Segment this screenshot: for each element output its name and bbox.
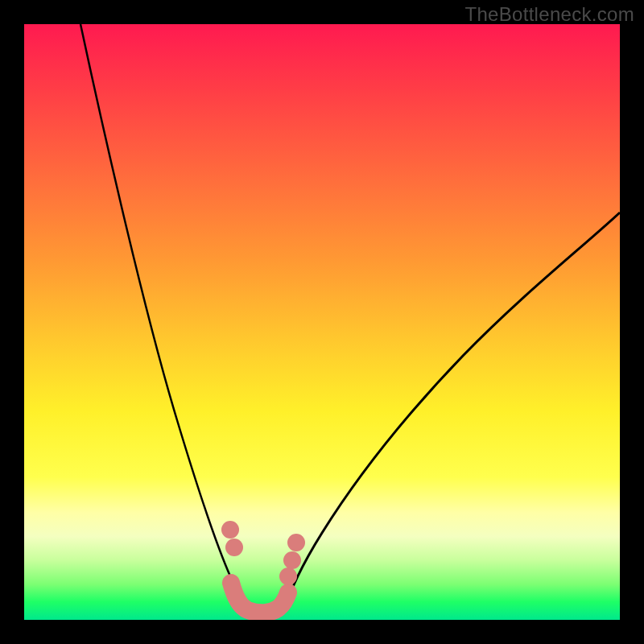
watermark-text: TheBottleneck.com <box>464 3 634 26</box>
chart-svg <box>24 24 620 620</box>
dot-right-lower <box>279 568 297 585</box>
bottom-connector <box>231 583 288 613</box>
left-curve <box>80 24 240 613</box>
dot-right-mid <box>283 551 301 569</box>
dot-right-upper <box>287 534 305 551</box>
chart-frame: TheBottleneck.com <box>0 0 644 644</box>
right-curve <box>283 213 620 613</box>
dot-left-upper <box>221 521 239 539</box>
dot-left-lower <box>225 539 243 556</box>
plot-area <box>24 24 620 620</box>
